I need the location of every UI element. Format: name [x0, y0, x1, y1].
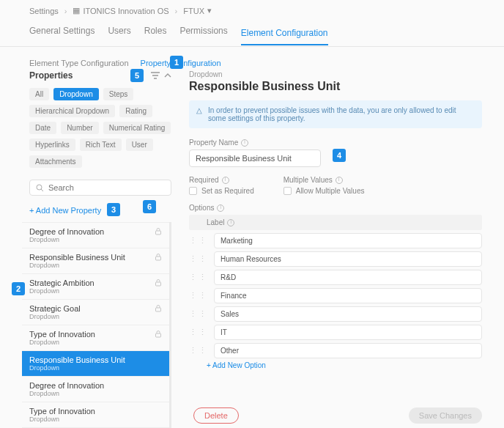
filter-rich-text[interactable]: Rich Text — [80, 139, 122, 151]
footer-actions: Delete Save Changes — [193, 407, 482, 424]
breadcrumb: Settings › ▦ ITONICS Innovation OS › FTU… — [0, 0, 504, 21]
label-options: Options — [189, 204, 482, 212]
drag-handle-icon[interactable]: ⋮⋮ — [189, 291, 208, 300]
property-search[interactable] — [29, 180, 171, 196]
filter-pills: All Dropdown Steps Hierarchical Dropdown… — [22, 88, 171, 175]
filter-hyperlinks[interactable]: Hyperlinks — [29, 139, 75, 151]
input-property-name[interactable] — [189, 150, 321, 167]
drag-handle-icon[interactable]: ⋮⋮ — [189, 254, 208, 264]
callout-badge-6: 6 — [143, 200, 156, 213]
option-label-input[interactable] — [214, 343, 482, 358]
property-list-item[interactable]: Responsible Business UnitDropdown — [22, 350, 169, 376]
svg-rect-5 — [156, 333, 161, 337]
property-item-title: Type of Innovation — [29, 407, 95, 416]
option-row: ⋮⋮ — [189, 325, 482, 340]
drag-handle-icon[interactable]: ⋮⋮ — [189, 236, 208, 246]
filter-dropdown[interactable]: Dropdown — [53, 88, 99, 100]
checkbox-allow-multiple[interactable]: Allow Multiple Values — [284, 187, 365, 195]
info-icon — [222, 177, 229, 184]
svg-point-0 — [37, 185, 42, 190]
filter-hierarchical[interactable]: Hierarchical Dropdown — [29, 105, 115, 117]
options-header-row: Label — [189, 215, 482, 230]
breadcrumb-project[interactable]: FTUX ▾ — [183, 6, 212, 15]
add-new-option-link[interactable]: + Add New Option — [189, 361, 482, 369]
property-item-type: Dropdown — [29, 339, 95, 346]
svg-rect-4 — [156, 308, 161, 311]
filter-numerical-rating[interactable]: Numerical Rating — [103, 122, 171, 134]
lock-icon — [155, 227, 162, 235]
breadcrumb-workspace[interactable]: ▦ ITONICS Innovation OS — [73, 6, 168, 15]
option-label-input[interactable] — [214, 306, 482, 322]
chevron-up-icon — [164, 72, 171, 79]
filter-attachments[interactable]: Attachments — [29, 155, 82, 168]
tab-roles[interactable]: Roles — [144, 21, 167, 42]
property-item-type: Dropdown — [29, 390, 104, 397]
svg-rect-2 — [156, 257, 161, 260]
sort-control[interactable] — [151, 72, 171, 79]
save-button: Save Changes — [409, 407, 482, 424]
detail-type-eyebrow: Dropdown — [189, 70, 482, 78]
property-list-item[interactable]: Type of InnovationDropdown — [22, 325, 169, 350]
warning-triangle-icon: △ — [196, 106, 202, 114]
property-list-item[interactable]: Type of InnovationDropdown — [22, 402, 169, 427]
option-label-input[interactable] — [214, 325, 482, 340]
property-item-title: Degree of Innovation — [29, 381, 104, 390]
lock-icon — [155, 278, 162, 287]
property-list-item[interactable]: Degree of InnovationDropdown — [22, 222, 169, 248]
lock-icon — [155, 304, 162, 312]
drag-handle-icon[interactable]: ⋮⋮ — [189, 346, 208, 355]
properties-title: Properties — [29, 70, 73, 81]
option-row: ⋮⋮ — [189, 233, 482, 248]
property-item-title: Responsible Business Unit — [29, 355, 125, 364]
callout-badge-5: 5 — [130, 69, 144, 82]
search-input[interactable] — [48, 183, 165, 192]
lock-icon — [155, 330, 162, 338]
callout-badge-4: 4 — [333, 149, 346, 162]
filter-all[interactable]: All — [29, 88, 49, 100]
tab-general-settings[interactable]: General Settings — [29, 21, 94, 42]
svg-rect-1 — [156, 231, 161, 235]
sub-tabs: Element Type Configuration Property Conf… — [0, 47, 504, 67]
drag-handle-icon[interactable]: ⋮⋮ — [189, 328, 208, 337]
filter-lines-icon — [151, 72, 160, 79]
option-row: ⋮⋮ — [189, 288, 482, 303]
callout-badge-3: 3 — [107, 203, 120, 216]
filter-date[interactable]: Date — [29, 122, 56, 134]
breadcrumb-settings[interactable]: Settings — [29, 7, 59, 15]
property-list-item[interactable]: Responsible Business UnitDropdown — [22, 248, 169, 273]
property-item-type: Dropdown — [29, 313, 81, 320]
label-required: Required — [189, 176, 254, 184]
subtab-type-config[interactable]: Element Type Configuration — [29, 59, 129, 67]
option-row: ⋮⋮ — [189, 343, 482, 358]
checkbox-set-required[interactable]: Set as Required — [189, 187, 254, 195]
filter-rating[interactable]: Rating — [119, 105, 152, 117]
search-icon — [36, 184, 44, 192]
tab-permissions[interactable]: Permissions — [179, 21, 227, 42]
callout-badge-2: 2 — [12, 282, 25, 295]
property-item-type: Dropdown — [29, 287, 94, 295]
property-list-item[interactable]: Degree of InnovationDropdown — [22, 376, 169, 402]
option-label-input[interactable] — [214, 270, 482, 285]
callout-badge-1: 1 — [170, 56, 183, 69]
delete-button[interactable]: Delete — [193, 407, 239, 424]
tab-element-configuration[interactable]: Element Configuration — [241, 23, 328, 45]
tab-users[interactable]: Users — [108, 21, 130, 42]
property-list-item[interactable]: Strategic AmbitionDropdown — [22, 273, 169, 299]
filter-user[interactable]: User — [126, 139, 153, 151]
drag-handle-icon[interactable]: ⋮⋮ — [189, 309, 208, 319]
detail-title: Responsible Business Unit — [189, 80, 482, 93]
property-item-type: Dropdown — [29, 364, 125, 372]
property-item-title: Strategic Ambition — [29, 278, 94, 287]
property-item-type: Dropdown — [29, 262, 125, 269]
property-item-type: Dropdown — [29, 236, 104, 243]
option-label-input[interactable] — [214, 233, 482, 248]
option-row: ⋮⋮ — [189, 306, 482, 322]
info-icon — [336, 177, 343, 184]
properties-header: Properties 5 — [22, 70, 171, 81]
property-list-item[interactable]: Strategic GoalDropdown — [22, 299, 169, 325]
filter-steps[interactable]: Steps — [103, 88, 134, 100]
drag-handle-icon[interactable]: ⋮⋮ — [189, 273, 208, 282]
option-label-input[interactable] — [214, 251, 482, 267]
option-label-input[interactable] — [214, 288, 482, 303]
filter-number[interactable]: Number — [61, 122, 99, 134]
